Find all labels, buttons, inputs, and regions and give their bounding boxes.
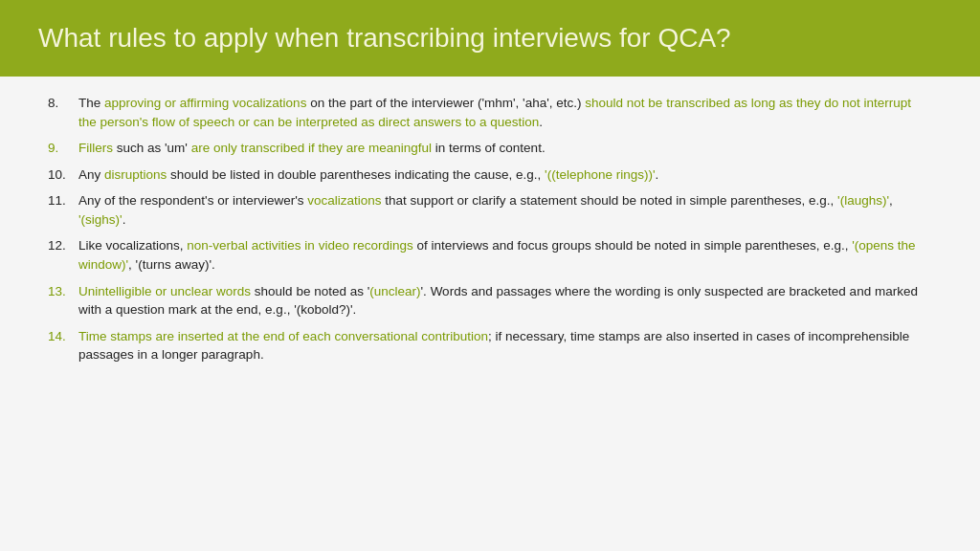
highlighted-text: Unintelligible or unclear words bbox=[78, 284, 251, 298]
highlighted-text: are only transcribed if they are meaning… bbox=[191, 141, 432, 155]
regular-text: . bbox=[122, 212, 126, 227]
regular-text: in terms of content. bbox=[432, 141, 546, 155]
item-text: Time stamps are inserted at the end of e… bbox=[78, 327, 932, 364]
item-text: Like vocalizations, non-verbal activitie… bbox=[78, 236, 932, 274]
highlighted-text: '(sighs)' bbox=[78, 212, 122, 227]
regular-text: Any bbox=[78, 167, 104, 182]
regular-text: , '(turns away)'. bbox=[128, 257, 215, 272]
slide-content: 8.The approving or affirming vocalizatio… bbox=[0, 77, 980, 551]
item-text: Any of the respondent's or interviewer's… bbox=[78, 191, 932, 229]
list-item: 10.Any disruptions should be listed in d… bbox=[48, 165, 932, 185]
highlighted-text: '(laughs)' bbox=[837, 193, 889, 208]
highlighted-text: non-verbal activities in video recording… bbox=[187, 238, 412, 253]
item-number: 10. bbox=[48, 165, 78, 185]
regular-text: . bbox=[656, 167, 659, 182]
regular-text: should be noted as ' bbox=[251, 284, 369, 298]
item-text: The approving or affirming vocalizations… bbox=[78, 94, 932, 131]
highlighted-text: vocalizations bbox=[307, 193, 381, 208]
item-text: Any disruptions should be listed in doub… bbox=[78, 165, 932, 185]
highlighted-text: (unclear) bbox=[369, 284, 420, 298]
item-number: 14. bbox=[48, 327, 78, 364]
slide: What rules to apply when transcribing in… bbox=[0, 0, 980, 551]
regular-text: such as 'um' bbox=[113, 141, 191, 155]
highlighted-text: Fillers bbox=[78, 141, 113, 155]
regular-text: The bbox=[78, 96, 104, 110]
list-item: 11.Any of the respondent's or interviewe… bbox=[48, 191, 932, 229]
item-text: Fillers such as 'um' are only transcribe… bbox=[78, 139, 932, 158]
regular-text: should be listed in double parentheses i… bbox=[167, 167, 545, 182]
highlighted-text: approving or affirming vocalizations bbox=[104, 96, 306, 110]
item-text: Unintelligible or unclear words should b… bbox=[78, 282, 932, 320]
list-item: 12.Like vocalizations, non-verbal activi… bbox=[48, 236, 932, 274]
slide-title: What rules to apply when transcribing in… bbox=[38, 22, 731, 55]
highlighted-text: Time stamps are inserted at the end of e… bbox=[78, 329, 488, 343]
item-number: 9. bbox=[48, 139, 78, 158]
regular-text: , bbox=[889, 193, 893, 208]
list-item: 9.Fillers such as 'um' are only transcri… bbox=[48, 139, 932, 158]
highlighted-text: disruptions bbox=[104, 167, 167, 182]
list-item: 13.Unintelligible or unclear words shoul… bbox=[48, 282, 932, 320]
highlighted-text: '((telephone rings))' bbox=[545, 167, 655, 182]
regular-text: of interviews and focus groups should be… bbox=[413, 238, 853, 253]
item-number: 8. bbox=[48, 94, 78, 131]
regular-text: on the part of the interviewer ('mhm', '… bbox=[306, 96, 585, 110]
list-item: 14.Time stamps are inserted at the end o… bbox=[48, 327, 932, 364]
item-number: 13. bbox=[48, 282, 78, 320]
regular-text: . bbox=[539, 115, 543, 129]
list-item: 8.The approving or affirming vocalizatio… bbox=[48, 94, 932, 131]
regular-text: Like vocalizations, bbox=[78, 238, 187, 253]
regular-text: that support or clarify a statement shou… bbox=[382, 193, 838, 208]
slide-header: What rules to apply when transcribing in… bbox=[0, 0, 980, 77]
item-number: 11. bbox=[48, 191, 78, 229]
regular-text: Any of the respondent's or interviewer's bbox=[78, 193, 307, 208]
item-number: 12. bbox=[48, 236, 78, 274]
